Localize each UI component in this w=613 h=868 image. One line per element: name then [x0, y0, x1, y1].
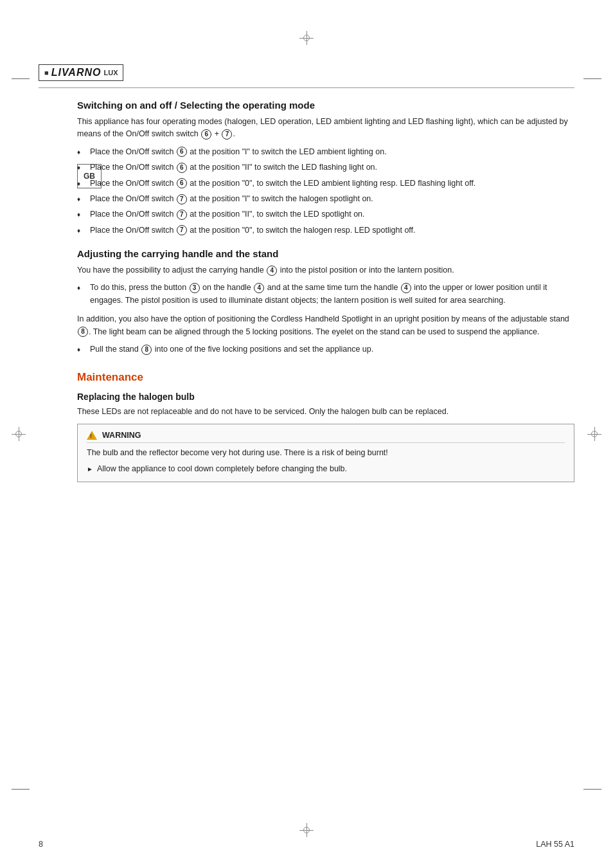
crop-line-top-right: [583, 78, 601, 79]
maintenance-title: Maintenance: [77, 371, 574, 384]
main-content: Switching on and off / Selecting the ope…: [77, 100, 574, 482]
brand-name: LIVARNO: [51, 67, 102, 78]
num-badge-7c: 7: [177, 210, 187, 220]
page-number: 8: [39, 840, 43, 849]
replacing-intro: These LEDs are not replaceable and do no…: [77, 406, 574, 418]
warning-instruction-text: Allow the appliance to cool down complet…: [97, 463, 347, 475]
carrying-para2: In addition, you also have the option of…: [77, 313, 574, 338]
num-badge-6a: 6: [201, 129, 211, 140]
num-badge-4a: 4: [267, 266, 277, 276]
reg-mark-bottom: [299, 823, 314, 837]
crop-line-bottom-right: [583, 789, 601, 790]
replacing-title: Replacing the halogen bulb: [77, 392, 574, 402]
warning-header: WARNING: [87, 431, 565, 443]
carrying-bullet-1: To do this, press the button 3 on the ha…: [77, 282, 574, 307]
num-badge-7a: 7: [222, 129, 232, 140]
page-wrapper: ■ LIVARNO LUX GB Switching on and off / …: [0, 0, 613, 868]
bullet-2: Place the On/Off switch 6 at the positio…: [77, 161, 574, 174]
logo-icon: ■: [44, 69, 49, 77]
num-badge-6d: 6: [177, 178, 187, 188]
page-footer: 8 LAH 55 A1: [39, 840, 574, 849]
carrying-intro: You have the possibility to adjust the c…: [77, 264, 574, 276]
logo-lux: LUX: [103, 69, 118, 77]
bullet-1: Place the On/Off switch 6 at the positio…: [77, 146, 574, 158]
warning-triangle-icon: [87, 431, 97, 440]
crop-line-top-left: [12, 78, 30, 79]
carrying-bullet-2: Pull the stand 8 into one of the five lo…: [77, 343, 574, 356]
num-badge-7b: 7: [177, 194, 187, 204]
content-area: ■ LIVARNO LUX GB Switching on and off / …: [39, 64, 574, 817]
reg-mark-right: [587, 427, 601, 441]
logo-box: ■ LIVARNO LUX: [39, 64, 123, 81]
num-badge-8b: 8: [141, 345, 152, 355]
num-badge-6b: 6: [177, 147, 187, 157]
num-badge-4b: 4: [254, 283, 264, 293]
switching-bullets: Place the On/Off switch 6 at the positio…: [77, 146, 574, 237]
num-badge-6c: 6: [177, 163, 187, 173]
reg-mark-top: [299, 31, 314, 45]
warning-instruction: Allow the appliance to cool down complet…: [87, 463, 565, 475]
switching-title: Switching on and off / Selecting the ope…: [77, 100, 574, 111]
bullet-5: Place the On/Off switch 7 at the positio…: [77, 208, 574, 221]
warning-label: WARNING: [102, 431, 141, 440]
logo-bar: ■ LIVARNO LUX: [39, 64, 574, 88]
carrying-bullets: To do this, press the button 3 on the ha…: [77, 282, 574, 307]
carrying-title: Adjusting the carrying handle and the st…: [77, 248, 574, 259]
bullet-4: Place the On/Off switch 7 at the positio…: [77, 193, 574, 205]
crop-line-bottom-left: [12, 789, 30, 790]
bullet-6: Place the On/Off switch 7 at the positio…: [77, 224, 574, 237]
switching-intro: This appliance has four operating modes …: [77, 116, 574, 141]
num-badge-8a: 8: [78, 327, 88, 337]
num-badge-3a: 3: [190, 283, 200, 293]
bullet-3: Place the On/Off switch 6 at the positio…: [77, 177, 574, 190]
warning-text: The bulb and the reflector become very h…: [87, 447, 565, 459]
reg-mark-left: [12, 427, 26, 441]
model-number: LAH 55 A1: [536, 840, 574, 849]
carrying-bullets-2: Pull the stand 8 into one of the five lo…: [77, 343, 574, 356]
num-badge-7d: 7: [177, 225, 187, 235]
num-badge-4c: 4: [401, 283, 411, 293]
warning-box: WARNING The bulb and the reflector becom…: [77, 424, 574, 483]
